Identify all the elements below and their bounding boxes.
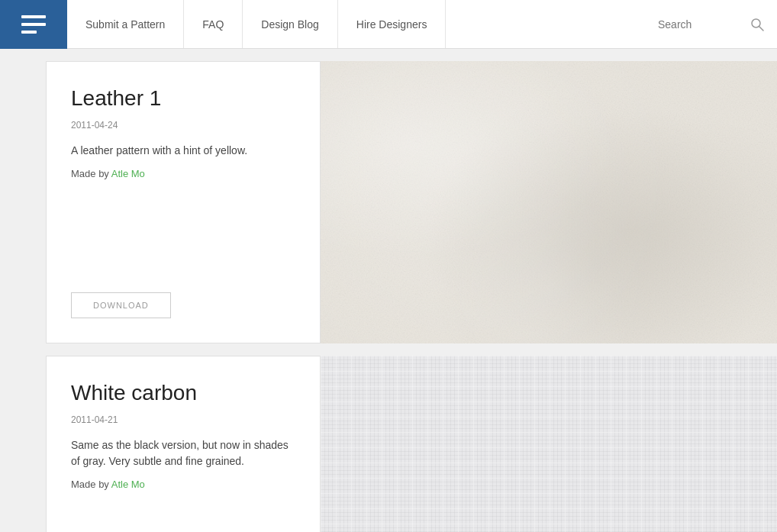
author-link[interactable]: Atle Mo — [111, 168, 145, 179]
search-area — [446, 17, 777, 32]
pattern-preview-carbon — [321, 356, 777, 532]
main-nav: Submit a Pattern FAQ Design Blog Hire De… — [67, 0, 446, 48]
pattern-date: 2011-04-24 — [71, 120, 295, 131]
pattern-author: Made by Atle Mo — [71, 168, 295, 179]
search-input[interactable] — [658, 18, 750, 31]
svg-rect-2 — [21, 31, 37, 34]
svg-line-4 — [759, 26, 764, 31]
pattern-preview-leather — [321, 61, 777, 343]
pattern-row: Leather 1 2011-04-24 A leather pattern w… — [0, 61, 777, 343]
nav-item-hire-designers[interactable]: Hire Designers — [338, 0, 447, 48]
search-button[interactable] — [750, 17, 765, 32]
header: Submit a Pattern FAQ Design Blog Hire De… — [0, 0, 777, 49]
logo[interactable] — [0, 0, 67, 49]
pattern-title: White carbon — [71, 381, 295, 405]
svg-rect-1 — [21, 23, 46, 26]
author-link[interactable]: Atle Mo — [111, 479, 145, 490]
nav-item-submit-a-pattern[interactable]: Submit a Pattern — [67, 0, 184, 48]
pattern-description: Same as the black version, but now in sh… — [71, 437, 295, 469]
nav-item-faq[interactable]: FAQ — [184, 0, 243, 48]
pattern-title: Leather 1 — [71, 86, 295, 111]
pattern-info-leather-1: Leather 1 2011-04-24 A leather pattern w… — [46, 61, 321, 343]
pattern-info-white-carbon: White carbon 2011-04-21 Same as the blac… — [46, 356, 321, 532]
nav-item-design-blog[interactable]: Design Blog — [243, 0, 338, 48]
download-button[interactable]: DOWNLOAD — [71, 292, 171, 318]
svg-rect-0 — [21, 15, 46, 18]
pattern-author: Made by Atle Mo — [71, 479, 295, 490]
pattern-description: A leather pattern with a hint of yellow. — [71, 143, 295, 159]
main-content: Leather 1 2011-04-24 A leather pattern w… — [0, 49, 777, 532]
pattern-date: 2011-04-21 — [71, 414, 295, 425]
pattern-row: White carbon 2011-04-21 Same as the blac… — [0, 356, 777, 532]
